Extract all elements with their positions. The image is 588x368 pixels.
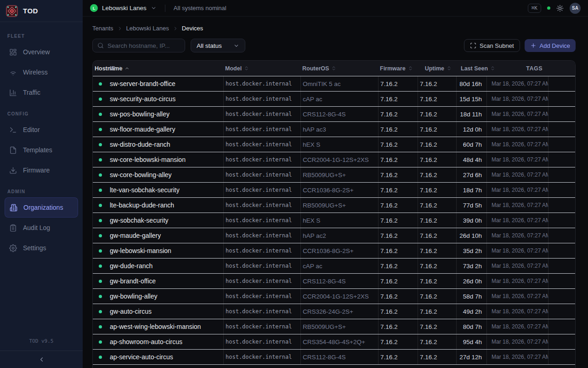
clipboard-icon bbox=[9, 224, 17, 232]
sidebar-section-label: ADMIN bbox=[7, 189, 75, 194]
breadcrumb-item[interactable]: Tenants bbox=[92, 25, 113, 32]
user-avatar[interactable]: SA bbox=[570, 3, 581, 14]
device-row[interactable]: gw-brandt-officehost.docker.internalCRS1… bbox=[93, 273, 575, 288]
device-row[interactable]: gw-bowling-alleyhost.docker.internalCCR2… bbox=[93, 288, 575, 304]
status-filter-select[interactable]: All status bbox=[191, 39, 245, 52]
scan-icon bbox=[470, 42, 476, 49]
sidebar-item-settings[interactable]: Settings bbox=[5, 238, 78, 258]
device-row[interactable]: lte-van-sobchak-securityhost.docker.inte… bbox=[93, 182, 575, 197]
command-palette-shortcut[interactable]: ⌘K bbox=[528, 4, 541, 13]
cell-firmware: 7.16.2 bbox=[418, 152, 456, 167]
column-header-hostname[interactable]: Hostname bbox=[93, 61, 108, 76]
table-header: HostnameIPModelRouterOSFirmwareUptimeLas… bbox=[93, 61, 575, 76]
cell-ip: host.docker.internal bbox=[223, 289, 300, 304]
online-status-dot bbox=[99, 204, 102, 207]
breadcrumb-separator-icon bbox=[117, 26, 123, 31]
cell-firmware: 7.16.2 bbox=[418, 350, 456, 364]
cell-uptime: 95d 4h bbox=[456, 334, 486, 349]
device-row[interactable]: ap-west-wing-lebowski-mansionhost.docker… bbox=[93, 319, 575, 334]
cell-hostname: gw-sobchak-security bbox=[108, 213, 223, 228]
device-row[interactable]: sw-core-bowling-alleyhost.docker.interna… bbox=[93, 167, 575, 182]
cell-routeros: 7.16.2 bbox=[378, 334, 418, 349]
system-status-message: All systems nominal bbox=[174, 5, 226, 12]
cell-last-seen: Mar 18, 2026, 07:27 AM bbox=[486, 107, 548, 121]
cell-hostname: sw-server-brandt-office bbox=[108, 76, 223, 91]
device-row[interactable]: gw-maude-galleryhost.docker.internalhAP … bbox=[93, 228, 575, 243]
column-header-last_seen[interactable]: Last Seen bbox=[456, 61, 486, 76]
sidebar-item-editor[interactable]: Editor bbox=[5, 120, 78, 140]
sidebar-item-templates[interactable]: Templates bbox=[5, 140, 78, 160]
cell-ip: host.docker.internal bbox=[223, 183, 300, 197]
cell-uptime: 80d 16h bbox=[456, 76, 486, 91]
online-status-dot bbox=[99, 310, 102, 313]
cell-routeros: 7.16.2 bbox=[378, 76, 418, 91]
tenant-switcher[interactable]: Lebowski Lanes bbox=[102, 5, 147, 12]
column-header-ip[interactable]: IP bbox=[108, 61, 223, 76]
cell-firmware: 7.16.2 bbox=[418, 92, 456, 106]
sidebar-item-audit-log[interactable]: Audit Log bbox=[5, 218, 78, 238]
sidebar-item-label: Templates bbox=[23, 146, 52, 154]
scan-subnet-button[interactable]: Scan Subnet bbox=[464, 39, 520, 52]
column-label: Firmware bbox=[380, 65, 406, 72]
app-logo-icon bbox=[6, 5, 18, 17]
online-status-dot bbox=[99, 234, 102, 237]
device-row[interactable]: sw-security-auto-circushost.docker.inter… bbox=[93, 91, 575, 106]
device-row[interactable]: lte-backup-dude-ranchhost.docker.interna… bbox=[93, 197, 575, 213]
file-icon bbox=[9, 146, 17, 154]
column-header-firmware[interactable]: Firmware bbox=[378, 61, 418, 76]
sidebar-item-label: Organizations bbox=[23, 204, 63, 211]
online-status-dot bbox=[99, 295, 102, 298]
column-header-uptime[interactable]: Uptime bbox=[418, 61, 456, 76]
online-status-dot bbox=[99, 143, 102, 146]
sidebar-item-wireless[interactable]: Wireless bbox=[5, 62, 78, 82]
device-row[interactable]: gw-sobchak-securityhost.docker.internalh… bbox=[93, 213, 575, 228]
device-row[interactable]: ap-showroom-auto-circushost.docker.inter… bbox=[93, 334, 575, 349]
add-device-button[interactable]: Add Device bbox=[525, 39, 576, 52]
device-row[interactable]: gw-lebowski-mansionhost.docker.internalC… bbox=[93, 243, 575, 258]
chevron-down-icon[interactable] bbox=[151, 5, 157, 11]
sidebar-collapse-button[interactable] bbox=[0, 351, 83, 368]
online-status-dot bbox=[99, 98, 102, 101]
device-row[interactable]: sw-server-brandt-officehost.docker.inter… bbox=[93, 76, 575, 91]
cell-model: CRS326-24G-2S+ bbox=[300, 304, 378, 319]
sidebar-item-firmware[interactable]: Firmware bbox=[5, 160, 78, 180]
cell-routeros: 7.16.2 bbox=[378, 92, 418, 106]
sidebar-item-organizations[interactable]: Organizations bbox=[5, 197, 78, 218]
sidebar-item-overview[interactable]: Overview bbox=[5, 42, 78, 62]
search-input[interactable] bbox=[107, 42, 180, 49]
device-row[interactable]: sw-floor-maude-galleryhost.docker.intern… bbox=[93, 121, 575, 137]
cell-hostname: gw-brandt-office bbox=[108, 274, 223, 288]
cell-routeros: 7.16.2 bbox=[378, 183, 418, 197]
device-row[interactable]: gw-auto-circushost.docker.internalCRS326… bbox=[93, 304, 575, 319]
breadcrumb-separator-icon bbox=[173, 26, 178, 31]
gear-icon bbox=[9, 244, 17, 252]
device-status-cell bbox=[93, 228, 108, 243]
sidebar-item-traffic[interactable]: Traffic bbox=[5, 82, 78, 103]
cell-uptime: 80d 7h bbox=[456, 319, 486, 334]
device-row[interactable]: sw-pos-bowling-alleyhost.docker.internal… bbox=[93, 106, 575, 121]
cell-last-seen: Mar 18, 2026, 07:27 AM bbox=[486, 198, 548, 213]
device-row[interactable]: sw-core-lebowski-mansionhost.docker.inte… bbox=[93, 152, 575, 167]
cell-uptime: 58d 7h bbox=[456, 289, 486, 304]
breadcrumb-item[interactable]: Lebowski Lanes bbox=[126, 25, 169, 32]
cell-tags bbox=[548, 259, 575, 273]
column-header-model[interactable]: Model bbox=[223, 61, 300, 76]
device-row[interactable]: gw-dude-ranchhost.docker.internalcAP ac7… bbox=[93, 258, 575, 273]
device-status-cell bbox=[93, 183, 108, 197]
cell-last-seen: Mar 18, 2026, 07:27 AM bbox=[486, 334, 548, 349]
sun-icon[interactable] bbox=[556, 5, 564, 12]
device-row[interactable]: ap-service-auto-circushost.docker.intern… bbox=[93, 349, 575, 364]
cell-model: CCR2004-1G-12S+2XS bbox=[300, 289, 378, 304]
sidebar-header: TOD bbox=[0, 0, 83, 22]
cell-hostname: sw-distro-dude-ranch bbox=[108, 137, 223, 152]
cell-model: CRS354-48G-4S+2Q+ bbox=[300, 334, 378, 349]
sidebar-item-label: Editor bbox=[23, 126, 40, 133]
cell-last-seen: Mar 18, 2026, 07:27 AM bbox=[486, 274, 548, 288]
device-row[interactable]: sw-distro-dude-ranchhost.docker.internal… bbox=[93, 137, 575, 152]
column-header-routeros[interactable]: RouterOS bbox=[300, 61, 378, 76]
sort-icon bbox=[244, 66, 249, 71]
cell-ip: host.docker.internal bbox=[223, 350, 300, 364]
toolbar-actions: Scan Subnet Add Device bbox=[464, 39, 576, 52]
cell-uptime: 26d 10h bbox=[456, 228, 486, 243]
cell-last-seen: Mar 18, 2026, 07:27 AM bbox=[486, 152, 548, 167]
